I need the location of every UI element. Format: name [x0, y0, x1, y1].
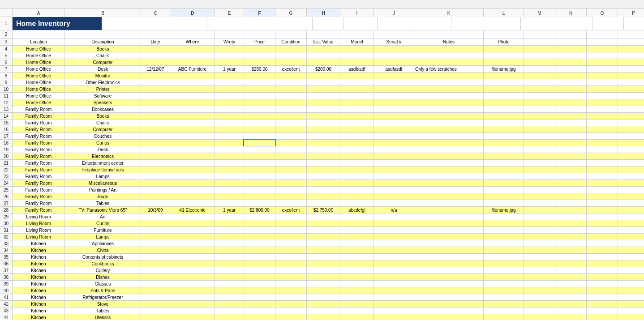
cell[interactable]: $2,750.00	[307, 207, 340, 213]
cell[interactable]: Family Room	[13, 106, 65, 112]
cell[interactable]	[524, 213, 555, 220]
cell[interactable]	[587, 46, 618, 52]
cell[interactable]	[555, 106, 587, 112]
cell[interactable]	[618, 234, 644, 240]
cell[interactable]	[244, 79, 275, 85]
cell[interactable]: Kitchen	[13, 301, 65, 307]
cell[interactable]	[414, 106, 484, 112]
cell[interactable]	[484, 86, 524, 92]
cell[interactable]: Desk	[65, 146, 141, 153]
cell[interactable]	[340, 234, 374, 240]
cell[interactable]	[13, 30, 65, 38]
cell[interactable]	[484, 93, 524, 99]
cell[interactable]	[215, 30, 244, 38]
cell[interactable]	[618, 59, 644, 65]
cell[interactable]	[215, 193, 244, 200]
cell[interactable]	[244, 227, 275, 233]
cell[interactable]	[244, 160, 275, 166]
cell[interactable]	[555, 281, 587, 287]
cell[interactable]	[414, 213, 484, 220]
cell[interactable]	[555, 247, 587, 253]
cell[interactable]	[587, 220, 618, 226]
cell[interactable]: Stove	[65, 301, 141, 307]
cell[interactable]	[618, 52, 644, 59]
cell[interactable]	[374, 247, 414, 253]
cell[interactable]	[244, 301, 275, 307]
cell[interactable]	[555, 59, 587, 65]
cell[interactable]	[307, 281, 340, 287]
cell[interactable]: asdfasdf	[374, 66, 414, 72]
cell[interactable]: Art	[65, 213, 141, 220]
cell[interactable]: Family Room	[13, 160, 65, 166]
cell[interactable]	[414, 187, 484, 193]
cell[interactable]	[484, 220, 524, 226]
cell[interactable]	[414, 99, 484, 106]
cell[interactable]	[244, 106, 275, 112]
cell[interactable]	[484, 240, 524, 247]
cell[interactable]: Living Room	[13, 227, 65, 233]
cell[interactable]	[414, 281, 484, 287]
cell[interactable]	[484, 113, 524, 119]
cell[interactable]	[307, 99, 340, 106]
cell[interactable]	[484, 187, 524, 193]
cell[interactable]	[414, 294, 484, 300]
cell[interactable]	[170, 59, 215, 65]
cell[interactable]	[307, 227, 340, 233]
cell[interactable]	[244, 234, 275, 240]
cell[interactable]	[374, 146, 414, 153]
cell[interactable]	[484, 247, 524, 253]
cell[interactable]	[275, 119, 307, 126]
cell[interactable]	[244, 287, 275, 294]
cell[interactable]	[307, 294, 340, 300]
cell[interactable]	[524, 160, 555, 166]
cell[interactable]	[170, 294, 215, 300]
cell[interactable]	[141, 254, 170, 260]
cell[interactable]	[484, 193, 524, 200]
cell[interactable]: Cookbooks	[65, 260, 141, 267]
cell[interactable]	[307, 173, 340, 179]
cell[interactable]	[244, 200, 275, 206]
cell[interactable]	[275, 200, 307, 206]
cell[interactable]	[141, 106, 170, 112]
cell[interactable]	[618, 173, 644, 179]
cell[interactable]	[170, 187, 215, 193]
cell[interactable]	[141, 133, 170, 139]
cell[interactable]	[374, 160, 414, 166]
cell[interactable]	[275, 234, 307, 240]
header-cell[interactable]: Where	[170, 38, 215, 45]
cell[interactable]	[215, 213, 244, 220]
cell[interactable]	[141, 30, 170, 38]
cell[interactable]	[141, 260, 170, 267]
cell[interactable]	[414, 173, 484, 179]
cell[interactable]: Family Room	[13, 166, 65, 173]
cell[interactable]	[414, 227, 484, 233]
cell[interactable]	[555, 180, 587, 186]
cell[interactable]	[340, 193, 374, 200]
cell[interactable]	[524, 153, 555, 159]
cell[interactable]	[561, 17, 592, 30]
cell[interactable]	[524, 133, 555, 139]
cell[interactable]: Kitchen	[13, 274, 65, 280]
cell[interactable]: Living Room	[13, 234, 65, 240]
cell[interactable]	[307, 287, 340, 294]
cell[interactable]	[141, 86, 170, 92]
cell[interactable]	[275, 301, 307, 307]
cell[interactable]	[374, 119, 414, 126]
cell[interactable]	[244, 126, 275, 132]
cell[interactable]	[307, 146, 340, 153]
cell[interactable]	[307, 267, 340, 273]
cell[interactable]	[275, 79, 307, 85]
cell[interactable]: filename.jpg	[484, 66, 524, 72]
cell[interactable]	[215, 200, 244, 206]
cell[interactable]	[524, 106, 555, 112]
cell[interactable]	[340, 59, 374, 65]
cell[interactable]	[307, 52, 340, 59]
cell[interactable]: Curios	[65, 140, 141, 146]
cell[interactable]	[215, 234, 244, 240]
cell[interactable]	[414, 260, 484, 267]
cell[interactable]	[414, 46, 484, 52]
cell[interactable]	[141, 59, 170, 65]
cell[interactable]	[618, 79, 644, 85]
cell[interactable]	[618, 254, 644, 260]
cell[interactable]	[374, 106, 414, 112]
